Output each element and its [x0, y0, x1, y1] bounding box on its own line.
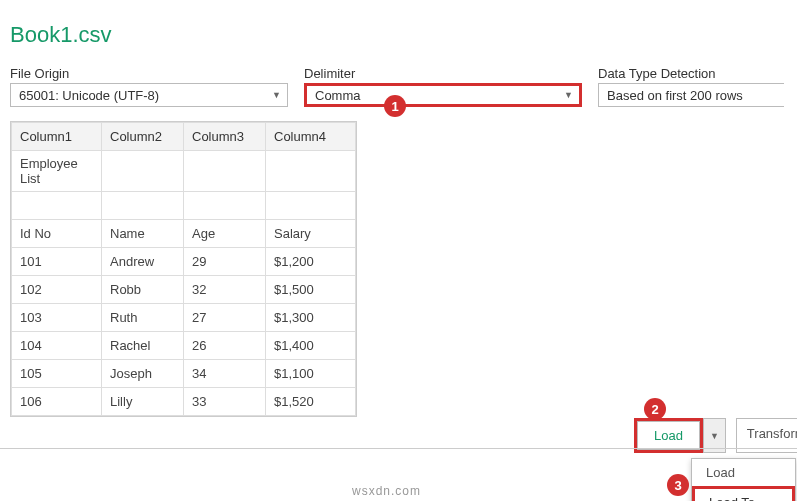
- load-menu: Load Load To...: [691, 458, 796, 501]
- table-row: 105Joseph34$1,100: [12, 360, 356, 388]
- chevron-down-icon: ▼: [710, 431, 719, 441]
- column-header[interactable]: Column1: [12, 123, 102, 151]
- file-origin-dropdown[interactable]: 65001: Unicode (UTF-8) ▼: [10, 83, 288, 107]
- column-header[interactable]: Column2: [102, 123, 184, 151]
- detection-dropdown[interactable]: Based on first 200 rows: [598, 83, 784, 107]
- delimiter-label: Delimiter: [304, 66, 582, 81]
- detection-value: Based on first 200 rows: [607, 88, 743, 103]
- menu-item-load-to[interactable]: Load To...: [692, 486, 795, 501]
- table-row: Id NoNameAgeSalary: [12, 220, 356, 248]
- preview-table-wrap: Column1 Column2 Column3 Column4 Employee…: [10, 121, 357, 417]
- table-row: 102Robb32$1,500: [12, 276, 356, 304]
- annotation-badge-1: 1: [384, 95, 406, 117]
- annotation-badge-2: 2: [644, 398, 666, 420]
- chevron-down-icon: ▼: [564, 90, 573, 100]
- table-row: [12, 192, 356, 220]
- annotation-badge-3: 3: [667, 474, 689, 496]
- page-title: Book1.csv: [10, 22, 797, 48]
- delimiter-value: Comma: [315, 88, 361, 103]
- file-origin-control: File Origin 65001: Unicode (UTF-8) ▼: [10, 66, 288, 107]
- detection-label: Data Type Detection: [598, 66, 784, 81]
- delimiter-control: Delimiter Comma ▼: [304, 66, 582, 107]
- column-header[interactable]: Column3: [184, 123, 266, 151]
- table-row: 103Ruth27$1,300: [12, 304, 356, 332]
- chevron-down-icon: ▼: [272, 90, 281, 100]
- column-header[interactable]: Column4: [266, 123, 356, 151]
- table-row: 101Andrew29$1,200: [12, 248, 356, 276]
- preview-table: Column1 Column2 Column3 Column4 Employee…: [11, 122, 356, 416]
- table-row: 104Rachel26$1,400: [12, 332, 356, 360]
- delimiter-dropdown[interactable]: Comma ▼: [304, 83, 582, 107]
- detection-control: Data Type Detection Based on first 200 r…: [598, 66, 784, 107]
- file-origin-label: File Origin: [10, 66, 288, 81]
- table-row: Employee List: [12, 151, 356, 192]
- load-button[interactable]: Load: [637, 421, 700, 450]
- table-row: 106Lilly33$1,520: [12, 388, 356, 416]
- divider: [0, 448, 797, 449]
- menu-item-load[interactable]: Load: [692, 459, 795, 486]
- file-origin-value: 65001: Unicode (UTF-8): [19, 88, 159, 103]
- watermark: wsxdn.com: [352, 484, 421, 498]
